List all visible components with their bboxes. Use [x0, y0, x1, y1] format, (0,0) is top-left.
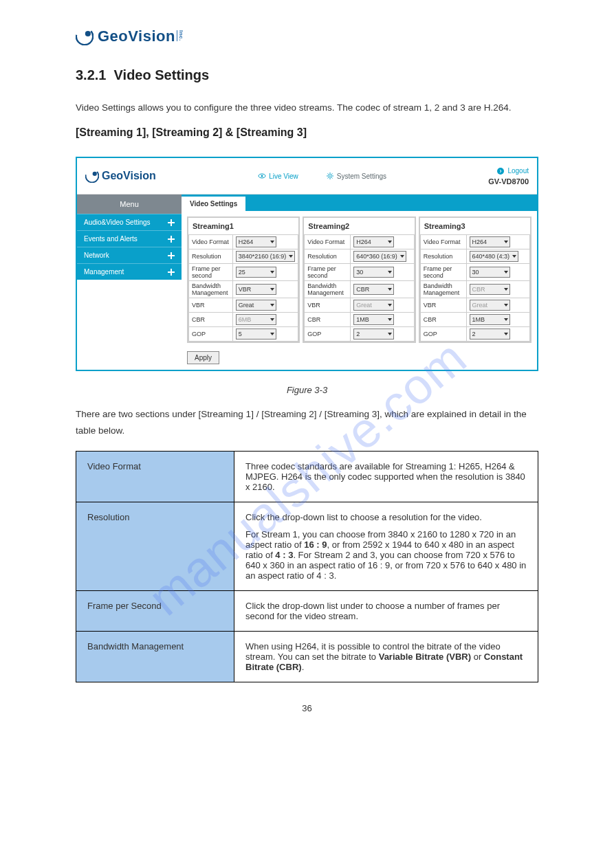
tab-video-settings[interactable]: Video Settings	[182, 197, 245, 211]
setting-label: Frame per second	[189, 264, 233, 281]
select-resolution[interactable]: 640*480 (4:3)	[470, 251, 519, 262]
stream-title: Streaming3	[420, 218, 530, 234]
setting-label: Video Format	[420, 235, 466, 249]
logout-button[interactable]: Logout	[488, 167, 529, 175]
setting-label: CBR	[305, 313, 351, 327]
globe-icon	[76, 27, 94, 45]
menu-header: Menu	[77, 194, 182, 214]
expand-icon	[168, 269, 175, 276]
select-cbr[interactable]: 1MB	[470, 314, 510, 325]
svg-point-5	[261, 175, 263, 177]
setting-label: Bandwidth Management	[420, 281, 466, 298]
section-heading: 3.2.1 Video Settings	[76, 63, 538, 87]
stream-panel-3: Streaming3Video FormatH264Resolution640*…	[419, 216, 531, 343]
brand-text: GeoVisionInc.	[98, 27, 184, 45]
sidebar-item-audio-video-settings[interactable]: Audio&Video Settings	[77, 214, 182, 230]
figure-caption: Figure 3-3	[0, 385, 614, 395]
desc-row-name: Frame per Second	[76, 590, 234, 631]
logout-icon	[496, 167, 505, 175]
select-gop[interactable]: 2	[353, 329, 394, 340]
select-vbr: Great	[470, 300, 510, 311]
expand-icon	[168, 219, 175, 226]
select-bandwidth-management[interactable]: VBR	[236, 284, 276, 295]
nav-system-settings[interactable]: System Settings	[326, 172, 386, 180]
setting-label: VBR	[305, 298, 351, 313]
setting-label: VBR	[420, 298, 466, 313]
stream-title: Streaming1	[188, 218, 298, 234]
sidebar-item-label: Management	[84, 268, 124, 276]
select-video-format[interactable]: H264	[236, 236, 276, 247]
expand-icon	[168, 252, 175, 259]
select-gop[interactable]: 5	[236, 329, 276, 340]
eye-icon	[258, 172, 266, 180]
sidebar-item-management[interactable]: Management	[77, 263, 182, 280]
select-video-format[interactable]: H264	[353, 236, 394, 247]
setting-label: Video Format	[305, 235, 351, 249]
nav-live-view[interactable]: Live View	[258, 172, 298, 180]
select-frame-per-second[interactable]: 30	[470, 267, 510, 278]
setting-label: Video Format	[189, 235, 233, 249]
setting-label: Resolution	[305, 249, 351, 264]
ui-logo: GeoVision	[85, 169, 156, 183]
desc-row-text: Three codec standards are available for …	[234, 451, 538, 502]
setting-label: Frame per second	[420, 264, 466, 281]
select-frame-per-second[interactable]: 25	[236, 267, 276, 278]
setting-label: CBR	[420, 313, 466, 327]
setting-label: GOP	[305, 327, 351, 342]
setting-label: Frame per second	[305, 264, 351, 281]
gear-icon	[326, 172, 334, 180]
sidebar-item-label: Events and Alerts	[84, 235, 138, 243]
select-vbr: Great	[353, 300, 394, 311]
brand-logo: GeoVisionInc.	[76, 27, 614, 45]
post-caption-paragraph: There are two sections under [Streaming …	[76, 406, 538, 440]
setting-label: Resolution	[189, 249, 233, 264]
desc-row-name: Bandwidth Management	[76, 631, 234, 682]
setting-label: GOP	[189, 327, 233, 342]
ui-figure: GeoVision Live View System Settings Logo…	[76, 157, 538, 371]
desc-row-text: Click the drop-down list under to choose…	[234, 590, 538, 631]
select-resolution[interactable]: 640*360 (16:9)	[353, 251, 406, 262]
stream-panel-1: Streaming1Video FormatH264Resolution3840…	[187, 216, 300, 343]
svg-point-2	[85, 169, 99, 183]
svg-point-3	[93, 172, 97, 176]
select-bandwidth-management[interactable]: CBR	[353, 284, 394, 295]
section-subhead: [Streaming 1], [Streaming 2] & [Streamin…	[76, 123, 538, 143]
setting-label: GOP	[420, 327, 466, 342]
select-cbr: 6MB	[236, 314, 276, 325]
sidebar-item-label: Audio&Video Settings	[84, 219, 151, 226]
desc-row-name: Video Format	[76, 451, 234, 502]
select-cbr[interactable]: 1MB	[353, 314, 394, 325]
select-resolution[interactable]: 3840*2160 (16:9)	[236, 251, 296, 262]
setting-label: VBR	[189, 298, 233, 313]
stream-panel-2: Streaming2Video FormatH264Resolution640*…	[303, 216, 415, 343]
sidebar-item-label: Network	[84, 252, 109, 259]
svg-point-7	[497, 168, 504, 175]
setting-label: Bandwidth Management	[305, 281, 351, 298]
expand-icon	[168, 236, 175, 243]
setting-label: CBR	[189, 313, 233, 327]
svg-point-0	[76, 27, 94, 45]
desc-row-text: When using H264, it is possible to contr…	[234, 631, 538, 682]
svg-point-6	[329, 175, 331, 177]
select-video-format[interactable]: H264	[470, 236, 510, 247]
select-frame-per-second[interactable]: 30	[353, 267, 394, 278]
apply-button[interactable]: Apply	[187, 351, 219, 364]
page-number: 36	[0, 703, 614, 713]
section-paragraph: Video Settings allows you to configure t…	[76, 100, 538, 116]
desc-row-name: Resolution	[76, 502, 234, 590]
select-gop[interactable]: 2	[470, 329, 510, 340]
sidebar-item-network[interactable]: Network	[77, 247, 182, 263]
description-table: Video Format Three codec standards are a…	[76, 451, 538, 682]
select-vbr[interactable]: Great	[236, 300, 276, 311]
stream-title: Streaming2	[304, 218, 414, 234]
globe-icon	[85, 169, 99, 183]
setting-label: Bandwidth Management	[189, 281, 233, 298]
setting-label: Resolution	[420, 249, 466, 264]
sidebar-item-events-and-alerts[interactable]: Events and Alerts	[77, 230, 182, 247]
svg-point-1	[85, 31, 91, 36]
model-label: GV-VD8700	[488, 177, 529, 186]
select-bandwidth-management: CBR	[470, 284, 510, 295]
desc-row-text: Click the drop-down list to choose a res…	[234, 502, 538, 590]
